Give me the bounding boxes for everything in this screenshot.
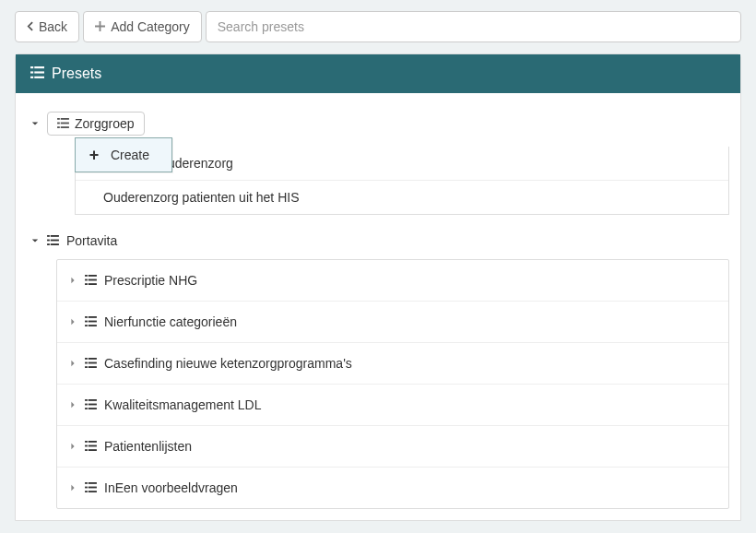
svg-rect-25 (89, 316, 97, 318)
tree-row[interactable]: Portavita (27, 222, 729, 259)
node-label: Nierfunctie categorieën (104, 314, 237, 329)
list-icon (85, 439, 97, 454)
svg-rect-29 (89, 325, 97, 326)
svg-rect-26 (85, 321, 88, 323)
svg-rect-37 (89, 399, 97, 401)
context-menu-create[interactable]: + Create (79, 142, 168, 168)
caret-right-icon[interactable] (68, 483, 77, 492)
svg-rect-8 (57, 123, 60, 124)
svg-rect-41 (89, 408, 97, 409)
svg-rect-39 (89, 404, 97, 406)
svg-rect-45 (89, 445, 97, 447)
tree-row[interactable]: InEen voorbeeldvragen (57, 467, 728, 508)
svg-rect-6 (57, 118, 60, 120)
caret-right-icon[interactable] (68, 276, 77, 285)
node-label-group[interactable]: Patientenlijsten (85, 435, 192, 457)
caret-right-icon[interactable] (68, 442, 77, 451)
svg-rect-27 (89, 321, 97, 323)
svg-rect-3 (34, 71, 44, 73)
context-menu-label: Create (111, 148, 149, 162)
node-label-group[interactable]: InEen voorbeeldvragen (85, 477, 238, 499)
svg-rect-19 (89, 275, 97, 277)
tree-row[interactable]: Ouderenzorg patienten uit het HIS (76, 180, 728, 214)
svg-rect-2 (30, 71, 33, 73)
tree-row[interactable]: Nierfunctie categorieën (57, 301, 728, 342)
caret-right-icon[interactable] (68, 317, 77, 326)
list-icon (85, 397, 97, 412)
svg-rect-14 (47, 240, 50, 242)
svg-rect-36 (85, 399, 88, 401)
tree-row[interactable]: Casefinding nieuwe ketenzorgprogramma's (57, 342, 728, 384)
toolbar: Back Add Category (0, 0, 756, 53)
list-icon (85, 356, 97, 371)
svg-rect-52 (85, 491, 88, 492)
svg-rect-51 (89, 487, 97, 489)
svg-rect-7 (61, 118, 69, 120)
svg-rect-28 (85, 325, 88, 326)
svg-rect-32 (85, 362, 88, 364)
list-icon (47, 233, 59, 248)
svg-rect-48 (85, 482, 88, 484)
svg-rect-16 (47, 243, 50, 245)
list-icon (85, 314, 97, 329)
svg-rect-15 (51, 240, 59, 242)
list-icon (85, 273, 97, 288)
node-label-group[interactable]: Nierfunctie categorieën (85, 311, 237, 333)
node-label: InEen voorbeeldvragen (104, 480, 238, 495)
list-icon (85, 480, 97, 495)
svg-rect-33 (89, 362, 97, 364)
tree-children: Prescriptie NHG Nierfunctie categorieën (56, 259, 729, 509)
caret-right-icon[interactable] (68, 359, 77, 368)
tree-node-portavita: Portavita Prescriptie NHG (27, 222, 729, 509)
svg-rect-21 (89, 279, 97, 281)
svg-rect-24 (85, 316, 88, 318)
node-tag[interactable]: Zorggroep (47, 112, 145, 136)
list-icon (30, 65, 44, 82)
tree-row[interactable]: uderenzorg (76, 147, 728, 180)
svg-rect-46 (85, 449, 88, 451)
tree-children: uderenzorg Ouderenzorg patienten uit het… (75, 147, 729, 215)
back-label: Back (39, 19, 67, 34)
node-label: Casefinding nieuwe ketenzorgprogramma's (104, 356, 352, 371)
context-menu: + Create (75, 137, 172, 172)
presets-panel: Presets Zorggroep + Create (15, 53, 741, 521)
node-label-group[interactable]: Prescriptie NHG (85, 269, 197, 291)
svg-rect-38 (85, 404, 88, 406)
svg-rect-20 (85, 279, 88, 281)
svg-rect-9 (61, 123, 69, 124)
search-input[interactable] (206, 11, 741, 42)
svg-rect-0 (30, 66, 33, 68)
caret-right-icon[interactable] (68, 400, 77, 409)
node-label-group[interactable]: Kwaliteitsmanagement LDL (85, 394, 261, 416)
svg-rect-12 (47, 235, 50, 237)
leaf-label: Ouderenzorg patienten uit het HIS (87, 190, 299, 205)
svg-rect-5 (34, 77, 44, 78)
tree-row[interactable]: Patientenlijsten (57, 425, 728, 467)
svg-rect-10 (57, 126, 60, 128)
tree-row[interactable]: Kwaliteitsmanagement LDL (57, 384, 728, 425)
svg-rect-43 (89, 441, 97, 443)
tree-node-zorggroep: Zorggroep + Create uderenzorg Ouderenzor… (27, 104, 729, 215)
svg-rect-18 (85, 275, 88, 277)
preset-tree: Zorggroep + Create uderenzorg Ouderenzor… (16, 93, 740, 520)
svg-rect-31 (89, 358, 97, 360)
node-label-group[interactable]: Portavita (47, 230, 117, 252)
svg-rect-23 (89, 283, 97, 285)
panel-header: Presets (16, 54, 740, 93)
svg-rect-49 (89, 482, 97, 484)
svg-rect-53 (89, 491, 97, 492)
svg-rect-50 (85, 487, 88, 489)
svg-rect-42 (85, 441, 88, 443)
back-button[interactable]: Back (15, 11, 79, 42)
svg-rect-4 (30, 77, 33, 78)
add-category-button[interactable]: Add Category (83, 11, 202, 42)
tree-row[interactable]: Prescriptie NHG (57, 260, 728, 301)
svg-rect-30 (85, 358, 88, 360)
node-label-group[interactable]: Casefinding nieuwe ketenzorgprogramma's (85, 352, 352, 374)
caret-down-icon[interactable] (30, 119, 40, 128)
caret-down-icon[interactable] (30, 236, 40, 245)
svg-rect-11 (61, 126, 69, 128)
leaf-label: uderenzorg (168, 156, 233, 171)
svg-rect-13 (51, 235, 59, 237)
node-label: Kwaliteitsmanagement LDL (104, 397, 261, 412)
